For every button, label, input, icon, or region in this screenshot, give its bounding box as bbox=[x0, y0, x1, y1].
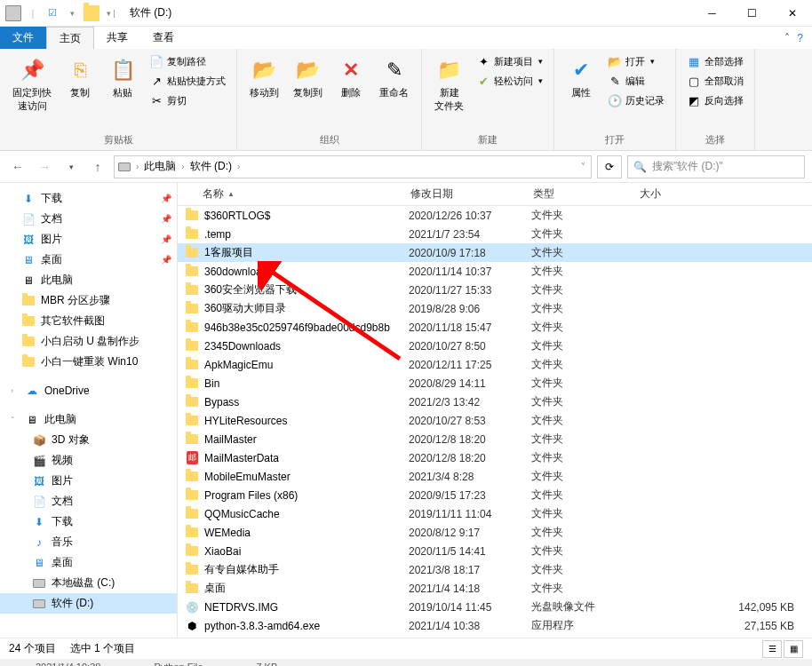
paste-button[interactable]: 📋 粘贴 bbox=[103, 52, 142, 103]
chevron-right-icon[interactable]: › bbox=[134, 162, 140, 171]
tab-home[interactable]: 主页 bbox=[46, 27, 94, 49]
search-input[interactable]: 🔍 搜索"软件 (D:)" bbox=[627, 155, 805, 178]
paste-shortcut-button[interactable]: ↗粘贴快捷方式 bbox=[146, 72, 229, 90]
nav-documents2[interactable]: 📄文档 bbox=[0, 491, 177, 511]
refresh-button[interactable]: ⟳ bbox=[597, 155, 622, 178]
file-row[interactable]: 360安全浏览器下载2020/11/27 15:33文件夹 bbox=[178, 281, 812, 299]
col-type[interactable]: 类型 bbox=[526, 186, 633, 202]
invert-button[interactable]: ◩反向选择 bbox=[683, 91, 747, 109]
qat-dropdown-icon[interactable]: ▾ bbox=[64, 5, 80, 21]
easyaccess-button[interactable]: ✔轻松访问▾ bbox=[473, 72, 546, 90]
file-row[interactable]: 💿NETDRVS.IMG2019/10/14 11:45光盘映像文件142,09… bbox=[178, 598, 812, 616]
rename-button[interactable]: ✎重命名 bbox=[374, 52, 414, 103]
newitem-button[interactable]: ✦新建项目▾ bbox=[473, 52, 546, 70]
newfolder-button[interactable]: 📁新建 文件夹 bbox=[429, 52, 469, 116]
moveto-button[interactable]: 📂移动到 bbox=[244, 52, 284, 103]
selectall-button[interactable]: ▦全部选择 bbox=[683, 52, 747, 70]
breadcrumb-thispc[interactable]: 此电脑 bbox=[144, 159, 176, 174]
close-button[interactable]: ✕ bbox=[772, 0, 812, 27]
file-row[interactable]: 2345Downloads2020/10/27 8:50文件夹 bbox=[178, 337, 812, 355]
file-row[interactable]: ⬢python-3.8.3-amd64.exe2021/1/4 10:38应用程… bbox=[178, 616, 812, 635]
nav-documents[interactable]: 📄文档📌 bbox=[0, 209, 177, 229]
nav-video[interactable]: 🎬视频 bbox=[0, 450, 177, 471]
file-row[interactable]: Bin2020/8/29 14:11文件夹 bbox=[178, 374, 812, 392]
col-modified[interactable]: 修改日期 bbox=[403, 186, 526, 202]
edit-button[interactable]: ✎编辑 bbox=[604, 72, 668, 90]
up-button[interactable]: ↑ bbox=[87, 156, 108, 178]
file-row[interactable]: XiaoBai2020/11/5 14:41文件夹 bbox=[178, 542, 812, 560]
back-button[interactable]: ← bbox=[7, 156, 28, 178]
file-row[interactable]: HYLiteResources2020/10/27 8:53文件夹 bbox=[178, 411, 812, 430]
file-list[interactable]: $360RTLOG$2020/12/26 10:37文件夹.temp2021/1… bbox=[178, 206, 812, 638]
file-name: Bypass bbox=[204, 396, 409, 408]
cut-button[interactable]: ✂剪切 bbox=[146, 91, 229, 109]
nav-othersoft[interactable]: 其它软件截图 bbox=[0, 311, 177, 331]
file-row[interactable]: 946b38e35c0259746f9bade00dcd9b8b2020/11/… bbox=[178, 318, 812, 337]
ribbon-collapse-icon[interactable]: ˄ bbox=[784, 32, 790, 44]
view-details-button[interactable]: ☰ bbox=[762, 640, 782, 658]
file-row[interactable]: QQMusicCache2019/11/11 11:04文件夹 bbox=[178, 504, 812, 523]
nav-downloads[interactable]: ⬇下载📌 bbox=[0, 188, 177, 209]
qat-chevron-icon[interactable]: ▾ | bbox=[103, 5, 119, 21]
nav-3d[interactable]: 📦3D 对象 bbox=[0, 430, 177, 450]
nav-ddrive[interactable]: 软件 (D:) bbox=[0, 593, 177, 614]
nav-mbr[interactable]: MBR 分区步骤 bbox=[0, 290, 177, 311]
history-button[interactable]: 🕑历史记录 bbox=[604, 91, 668, 109]
copy-button[interactable]: ⎘ 复制 bbox=[60, 52, 100, 103]
file-row[interactable]: 1客服项目2020/10/9 17:18文件夹 bbox=[178, 243, 812, 262]
file-row[interactable]: MobileEmuMaster2021/3/4 8:28文件夹 bbox=[178, 467, 812, 486]
maximize-button[interactable]: ☐ bbox=[732, 0, 772, 27]
file-row[interactable]: Program Files (x86)2020/9/15 17:23文件夹 bbox=[178, 486, 812, 504]
file-name: XiaoBai bbox=[204, 545, 409, 558]
minimize-button[interactable]: ─ bbox=[692, 0, 732, 27]
nav-desktop[interactable]: 🖥桌面📌 bbox=[0, 250, 177, 270]
tab-file[interactable]: 文件 bbox=[0, 27, 46, 49]
chevron-right-icon[interactable]: › bbox=[179, 162, 186, 171]
file-row[interactable]: MailMaster2020/12/8 18:20文件夹 bbox=[178, 430, 812, 448]
address-dropdown-icon[interactable]: ˅ bbox=[579, 162, 587, 171]
file-row[interactable]: WEMedia2020/8/12 9:17文件夹 bbox=[178, 523, 812, 542]
qat-sep: | bbox=[25, 5, 41, 21]
navigation-pane[interactable]: ⬇下载📌 📄文档📌 🖼图片📌 🖥桌面📌 🖥此电脑 MBR 分区步骤 其它软件截图… bbox=[0, 183, 178, 638]
nav-downloads2[interactable]: ⬇下载 bbox=[0, 511, 177, 532]
nav-pictures2[interactable]: 🖼图片 bbox=[0, 471, 177, 491]
file-row[interactable]: 360驱动大师目录2019/8/28 9:06文件夹 bbox=[178, 299, 812, 318]
nav-desktop2[interactable]: 🖥桌面 bbox=[0, 552, 177, 573]
forward-button[interactable]: → bbox=[34, 156, 55, 178]
chevron-right-icon[interactable]: › bbox=[235, 162, 242, 171]
qat-check-icon[interactable]: ☑ bbox=[44, 5, 60, 21]
tab-share[interactable]: 共享 bbox=[94, 27, 140, 49]
file-row[interactable]: 有专自媒体助手2021/3/8 18:17文件夹 bbox=[178, 560, 812, 579]
pin-quickaccess-button[interactable]: 📌 固定到快 速访问 bbox=[7, 52, 57, 116]
file-row[interactable]: 桌面2021/1/4 14:18文件夹 bbox=[178, 579, 812, 598]
copy-path-button[interactable]: 📄复制路径 bbox=[146, 52, 229, 70]
nav-onedrive[interactable]: ›☁OneDrive bbox=[0, 381, 177, 400]
selectnone-button[interactable]: ▢全部取消 bbox=[683, 72, 747, 90]
copyto-button[interactable]: 📂复制到 bbox=[288, 52, 328, 103]
file-row[interactable]: 邮MailMasterData2020/12/8 18:20文件夹 bbox=[178, 448, 812, 467]
col-name[interactable]: 名称▲ bbox=[178, 186, 403, 202]
nav-xiaobai-win[interactable]: 小白一键重装 Win10 bbox=[0, 352, 177, 372]
file-row[interactable]: Bypass2021/2/3 13:42文件夹 bbox=[178, 392, 812, 411]
file-row[interactable]: $360RTLOG$2020/12/26 10:37文件夹 bbox=[178, 206, 812, 225]
properties-button[interactable]: ✔属性 bbox=[561, 52, 601, 103]
recent-dropdown[interactable]: ▾ bbox=[60, 156, 82, 178]
help-icon[interactable]: ? bbox=[797, 32, 803, 44]
address-bar[interactable]: › 此电脑 › 软件 (D:) › ˅ bbox=[114, 155, 592, 178]
open-button[interactable]: 📂打开▾ bbox=[604, 52, 668, 70]
delete-button[interactable]: ✕删除 bbox=[331, 52, 370, 103]
file-row[interactable]: 360downloads2020/11/14 10:37文件夹 bbox=[178, 262, 812, 281]
file-icon bbox=[185, 432, 199, 447]
file-row[interactable]: ApkMagicEmu2020/12/11 17:25文件夹 bbox=[178, 355, 812, 374]
nav-thispc-qa[interactable]: 🖥此电脑 bbox=[0, 270, 177, 290]
breadcrumb-drive[interactable]: 软件 (D:) bbox=[190, 159, 232, 174]
col-size[interactable]: 大小 bbox=[633, 186, 812, 202]
tab-view[interactable]: 查看 bbox=[140, 27, 187, 49]
nav-thispc[interactable]: ˅🖥此电脑 bbox=[0, 409, 177, 430]
nav-cdrive[interactable]: 本地磁盘 (C:) bbox=[0, 573, 177, 593]
view-icons-button[interactable]: ▦ bbox=[784, 640, 803, 658]
nav-music[interactable]: ♪音乐 bbox=[0, 532, 177, 552]
nav-xiaobai-u[interactable]: 小白启动 U 盘制作步 bbox=[0, 331, 177, 352]
file-row[interactable]: .temp2021/1/7 23:54文件夹 bbox=[178, 225, 812, 243]
nav-pictures[interactable]: 🖼图片📌 bbox=[0, 229, 177, 250]
